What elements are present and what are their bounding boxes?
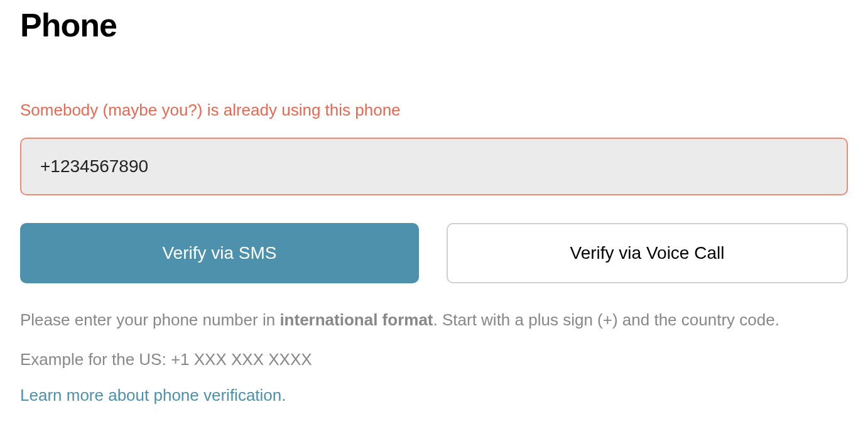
verify-voice-button[interactable]: Verify via Voice Call	[447, 223, 848, 283]
verify-sms-button[interactable]: Verify via SMS	[20, 223, 419, 283]
example-text: Example for the US: +1 XXX XXX XXXX	[20, 350, 848, 369]
learn-more-link[interactable]: Learn more about phone verification.	[20, 386, 286, 405]
phone-input[interactable]	[20, 138, 848, 195]
help-bold: international format	[279, 310, 433, 329]
page-title: Phone	[20, 6, 848, 44]
help-text: Please enter your phone number in intern…	[20, 307, 848, 332]
error-message: Somebody (maybe you?) is already using t…	[20, 101, 848, 120]
help-prefix: Please enter your phone number in	[20, 310, 279, 329]
verify-button-row: Verify via SMS Verify via Voice Call	[20, 223, 848, 283]
help-suffix: . Start with a plus sign (+) and the cou…	[433, 310, 779, 329]
